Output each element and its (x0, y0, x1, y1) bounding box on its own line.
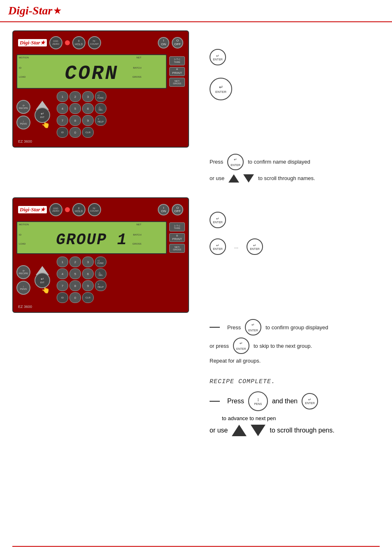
left-btns-2: ⟳RECIPE ↕PENS (16, 265, 30, 295)
enter-icon-d2[interactable]: ↵ ENTER (245, 319, 261, 335)
desc-2-text5: Repeat for all groups. (210, 358, 261, 364)
device-bottom-row-1: ⟳RECIPE ↕PENS ↵ ENT 👆 1 2 3 (16, 91, 185, 138)
section-1: Digi-Star★ ⊙0⊙ZERO IIHOLD 76⁻COUNT ION O… (12, 30, 380, 148)
recipe-button-2[interactable]: ⟳RECIPE (16, 265, 30, 279)
desc-1-text3: or use (210, 173, 224, 183)
pens-symbol: ↕ (257, 397, 259, 402)
clear-btn-2[interactable]: CLR (82, 292, 94, 303)
num-8-btn[interactable]: 8 (69, 115, 81, 126)
counting-button-2[interactable]: 76⁻COUNT (88, 203, 101, 216)
select-btn-1[interactable]: △SEL (95, 103, 106, 114)
desc-1-text4: to scroll through names. (258, 173, 315, 183)
ez-label-1: EZ 3600 (16, 139, 185, 143)
num-7-btn-2[interactable]: 7 (57, 280, 68, 291)
tare-button-2[interactable]: ▷T◁TARE (169, 222, 185, 231)
function-btn-2[interactable]: ◁FUNC (95, 257, 106, 267)
pens-label-text: PENS (254, 402, 262, 405)
desc-1-row1: Press ↵ ENTER to confirm name displayed (210, 154, 380, 170)
num-9-btn[interactable]: 9 (82, 115, 94, 126)
enter-label-s2-3: ENTER (250, 247, 260, 250)
numpad-1: 1 2 3 ◁FUNC 4 5 6 △SEL 7 8 9 ?HELP ID 0 … (57, 91, 106, 138)
desc-2-row1: Press ↵ ENTER to confirm group displayed (210, 319, 380, 335)
print-button[interactable]: ≡PRINT (169, 67, 185, 76)
device-top-row-1: Digi-Star★ ⊙0⊙ZERO IIHOLD 76⁻COUNT ION O… (16, 35, 185, 51)
device-bottom-row-2: ⟳RECIPE ↕PENS ↵ ENT 👆 1 2 3 ◁FUNC 4 (16, 257, 185, 303)
pens-icon-standalone[interactable]: ↕ PENS (248, 391, 268, 411)
num-1-btn[interactable]: 1 (57, 91, 68, 102)
recipe-button-1[interactable]: ⟳RECIPE (16, 100, 30, 114)
motion-label: MOTION (19, 56, 29, 59)
num-0-btn[interactable]: 0 (69, 127, 81, 138)
enter-icon-large-1[interactable]: ↵ ENTER (210, 78, 232, 100)
logo-star: ★ (53, 5, 62, 16)
enter-icon-small-1[interactable]: ↵ ENTER (210, 49, 226, 65)
id-btn-2[interactable]: ID (57, 292, 68, 303)
enter-button-device-2[interactable]: ↵ ENT (35, 273, 50, 288)
num-2-btn[interactable]: 2 (69, 91, 81, 102)
logo: Digi-Star (8, 4, 52, 17)
zero-button[interactable]: ⊙0⊙ZERO (49, 36, 62, 49)
off-button-2[interactable]: OOFF (172, 204, 183, 215)
enter-label-large-1: ENTER (215, 90, 226, 94)
num-0-btn-2[interactable]: 0 (69, 292, 81, 303)
hold-button-2[interactable]: IIHOLD (72, 203, 85, 216)
desc-2: Press ↵ ENTER to confirm group displayed… (197, 317, 380, 365)
select-btn-2[interactable]: △SEL (95, 268, 106, 279)
clear-btn-1[interactable]: CLR (82, 127, 94, 138)
left-btns-1: ⟳RECIPE ↕PENS (16, 100, 30, 130)
enter-button-device-1[interactable]: ↵ ENT (35, 107, 50, 123)
text-section-2: Press ↵ ENTER to confirm group displayed… (12, 317, 380, 365)
enter-icon-s2-1[interactable]: ↵ ENTER (210, 212, 226, 228)
tare-button[interactable]: ▷T◁TARE (169, 56, 185, 65)
num-5-btn[interactable]: 5 (69, 103, 81, 114)
desc-3-text1: Press (227, 398, 244, 405)
on-button[interactable]: ION (158, 37, 169, 49)
num-2-btn-2[interactable]: 2 (69, 257, 81, 267)
display-area-1: MOTION ID LOAD NET BATCH GROSS CORN ▷T◁T… (16, 54, 185, 89)
num-9-btn-2[interactable]: 9 (82, 280, 94, 291)
display-area-2: MOTION ID LOAD NET BATCH GROSS GROUP 1 ▷… (16, 221, 185, 254)
pens-button-2[interactable]: ↕PENS (16, 281, 30, 295)
net-gross-button[interactable]: NET/GROSS (169, 78, 185, 87)
print-button-2[interactable]: ≡PRINT (169, 233, 185, 242)
enter-arrow-d2: ↵ (251, 321, 255, 328)
help-btn-2[interactable]: ?HELP (95, 280, 106, 291)
help-btn-1[interactable]: ?HELP (95, 115, 106, 126)
counting-button[interactable]: 76⁻COUNT (88, 36, 101, 49)
off-button[interactable]: OOFF (172, 37, 183, 49)
num-4-btn[interactable]: 4 (57, 103, 68, 114)
spacer-dots: ... (234, 244, 238, 250)
num-3-btn[interactable]: 3 (82, 91, 94, 102)
enter-icon-desc1[interactable]: ↵ ENTER (227, 154, 244, 170)
desc-1: Press ↵ ENTER to confirm name displayed … (197, 152, 380, 185)
num-5-btn-2[interactable]: 5 (69, 268, 81, 279)
num-4-btn-2[interactable]: 4 (57, 268, 68, 279)
section-2-instructions: ↵ ENTER ↵ ENTER ... ↵ ENTER (197, 197, 380, 257)
enter-icon-s3[interactable]: ↵ ENTER (302, 393, 318, 409)
enter-icon-s2-3[interactable]: ↵ ENTER (247, 238, 263, 255)
enter-arrow-s3: ↵ (308, 398, 311, 402)
desc-3-text2: and then (272, 398, 297, 405)
text-section-1: Press ↵ ENTER to confirm name displayed … (12, 152, 380, 185)
desc-2-text4: to skip to the next group. (254, 341, 312, 351)
desc-3-row1: Press ↕ PENS and then ↵ ENTER (210, 391, 380, 411)
num-6-btn-2[interactable]: 6 (82, 268, 94, 279)
arrow-up-icon-1 (228, 174, 239, 183)
enter-icon-s2-2[interactable]: ↵ ENTER (210, 238, 226, 255)
zero-button-2[interactable]: ⊙0⊙ZERO (49, 203, 62, 216)
on-button-2[interactable]: ION (158, 204, 169, 215)
id-btn-1[interactable]: ID (57, 127, 68, 138)
batch-label-2: BATCH (133, 234, 141, 236)
enter-icon-d2b[interactable]: ↵ ENTER (233, 338, 249, 354)
hold-button[interactable]: IIHOLD (72, 36, 85, 49)
net-gross-button-2[interactable]: NET/GROSS (169, 244, 185, 253)
num-7-btn[interactable]: 7 (57, 115, 68, 126)
instr2-row2: ↵ ENTER ... ↵ ENTER (210, 238, 380, 255)
pens-button-1[interactable]: ↕PENS (16, 116, 30, 130)
num-1-btn-2[interactable]: 1 (57, 257, 68, 267)
function-btn-1[interactable]: ◁FUNC (95, 91, 106, 102)
num-3-btn-2[interactable]: 3 (82, 257, 94, 267)
num-6-btn[interactable]: 6 (82, 103, 94, 114)
enter-arrow-1: ↵ (216, 54, 219, 58)
num-8-btn-2[interactable]: 8 (69, 280, 81, 291)
